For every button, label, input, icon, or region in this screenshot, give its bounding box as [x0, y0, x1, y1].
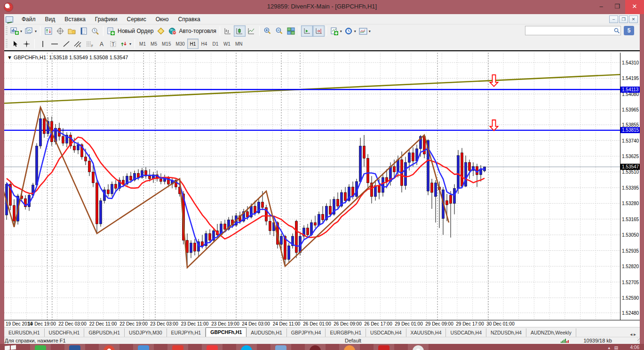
- status-help-text: Для справки, нажмите F1: [5, 338, 66, 343]
- mdi-restore-button[interactable]: ❒: [619, 16, 628, 23]
- chart-tab-usdcadhh4[interactable]: USDCADh,H4: [366, 328, 406, 337]
- zoom-in-button[interactable]: [262, 25, 273, 37]
- maximize-button[interactable]: ❒: [609, 0, 625, 14]
- chart-pane[interactable]: ▼ GBPCHFh,H1 1.53518 1.53549 1.53508 1.5…: [4, 53, 620, 320]
- minimize-button[interactable]: –: [593, 0, 609, 14]
- new-order-button[interactable]: Новый Ордер: [105, 25, 155, 37]
- text-label-tool-button[interactable]: T: [107, 38, 119, 49]
- taskbar-app-drive[interactable]: [133, 344, 154, 350]
- indicators-icon: [330, 27, 339, 35]
- templates-button[interactable]: ▾: [358, 25, 372, 37]
- data-window-button[interactable]: [54, 25, 66, 37]
- chart-tab-xauusdhh4[interactable]: XAUUSDh,H4: [406, 328, 446, 337]
- timeframe-button-m1[interactable]: M1: [137, 39, 148, 49]
- timeframe-button-d1[interactable]: D1: [210, 39, 221, 49]
- tray-icons[interactable]: ▴ ▤: [608, 345, 620, 350]
- menu-item-окно[interactable]: Окно: [151, 15, 174, 24]
- chart-ohlc-header: ▼ GBPCHFh,H1 1.53518 1.53549 1.53508 1.5…: [7, 55, 128, 60]
- chart-tab-gbpjpyhh4[interactable]: GBPJPYh,H4: [287, 328, 326, 337]
- vertical-line-tool-button[interactable]: [37, 38, 48, 49]
- menu-item-графики[interactable]: Графики: [90, 15, 122, 24]
- taskbar-app-skype[interactable]: [236, 344, 257, 350]
- mdi-close-button[interactable]: ✕: [629, 16, 638, 23]
- chart-tab-eurusdhh1[interactable]: EURUSDh,H1: [4, 328, 45, 337]
- chart-tab-gbpusdhh1[interactable]: GBPUSDh,H1: [84, 328, 125, 337]
- price-axis[interactable]: 1.543101.541951.540801.539651.538551.537…: [620, 53, 640, 320]
- new-order-icon: [107, 27, 115, 35]
- line-chart-mode-button[interactable]: [246, 25, 257, 37]
- chart-tab-eurgbphh1[interactable]: EURGBPh,H1: [326, 328, 366, 337]
- menu-item-сервис[interactable]: Сервис: [122, 15, 151, 24]
- profiles-icon: [25, 27, 33, 35]
- start-button[interactable]: [5, 345, 17, 350]
- candlestick-chart[interactable]: [4, 53, 620, 320]
- taskbar-app-amigo[interactable]: [339, 344, 360, 350]
- metaeditor-icon: [157, 27, 165, 35]
- periods-button[interactable]: ▾: [343, 25, 358, 37]
- chart-tab-gbpchfhh1[interactable]: GBPCHFh,H1: [206, 327, 246, 337]
- chart-tab-nzdusdhh4[interactable]: NZDUSDh,H4: [486, 328, 526, 337]
- crosshair-tool-button[interactable]: [21, 38, 32, 49]
- terminal-button[interactable]: [78, 25, 89, 37]
- cursor-tool-button[interactable]: [9, 38, 21, 49]
- navigator-button[interactable]: [66, 25, 78, 37]
- svg-text:A: A: [100, 41, 103, 48]
- collapse-triangle-icon[interactable]: ▼: [7, 55, 12, 60]
- trendline-tool-button[interactable]: [60, 38, 72, 49]
- auto-scroll-button[interactable]: [301, 25, 313, 37]
- zoom-out-button[interactable]: [273, 25, 285, 37]
- new-chart-button[interactable]: ▾: [9, 25, 24, 37]
- templates-icon: [359, 28, 367, 35]
- fibonacci-tool-button[interactable]: F: [84, 38, 95, 49]
- timeframe-button-m5[interactable]: M5: [148, 39, 159, 49]
- chart-tab-usdcadhh4[interactable]: USDCADh,H4: [446, 328, 486, 337]
- chart-symbol-label: GBPCHFh,H1: [14, 55, 46, 60]
- candlestick-mode-button[interactable]: [234, 25, 246, 37]
- mql5-community-button[interactable]: 5: [624, 26, 634, 35]
- chart-tab-audnzdhweekly[interactable]: AUDNZDh,Weekly: [526, 328, 576, 337]
- taskbar-app-chrome[interactable]: [99, 344, 119, 350]
- chart-tab-usdchfhh1[interactable]: USDCHFh,H1: [45, 328, 85, 337]
- chart-tab-usdjpyhm30[interactable]: USDJPYh,M30: [125, 328, 167, 337]
- chart-tab-audusdhh1[interactable]: AUDUSDh,H1: [246, 328, 287, 337]
- taskbar-app-explorer[interactable]: [270, 344, 291, 350]
- autotrading-button[interactable]: Авто-торговля: [167, 25, 218, 37]
- horizontal-line-tool-button[interactable]: [48, 38, 60, 49]
- equidistant-channel-tool-button[interactable]: E: [72, 38, 84, 49]
- timeframe-button-mn[interactable]: MN: [233, 39, 245, 49]
- taskbar-app-opera[interactable]: [305, 344, 326, 350]
- taskbar-app-browser[interactable]: [408, 344, 429, 350]
- status-template-name[interactable]: Default: [345, 338, 361, 343]
- close-button[interactable]: ✕: [625, 0, 644, 14]
- timeframe-button-m30[interactable]: M30: [173, 39, 187, 49]
- menu-item-файл[interactable]: Файл: [17, 15, 40, 24]
- taskbar-app-vivaldi[interactable]: [202, 344, 223, 350]
- taskbar-app-word[interactable]: [64, 344, 85, 350]
- search-icon[interactable]: [613, 27, 620, 34]
- tab-scroll-arrows[interactable]: ◂ ▸: [630, 332, 640, 337]
- menu-item-вставка[interactable]: Вставка: [60, 15, 90, 24]
- taskbar-app-settings[interactable]: [374, 344, 394, 350]
- bar-chart-mode-button[interactable]: [222, 25, 234, 37]
- timeframe-button-h1[interactable]: H1: [187, 39, 199, 49]
- search-input[interactable]: [525, 28, 613, 33]
- profiles-button[interactable]: ▾: [24, 25, 38, 37]
- taskbar-app-yandex[interactable]: [167, 344, 188, 350]
- text-tool-button[interactable]: A: [95, 38, 107, 49]
- strategy-tester-button[interactable]: [89, 25, 101, 37]
- market-watch-button[interactable]: [42, 25, 54, 37]
- title-bar[interactable]: fx 129859: DivenFX-Main - [GBPCHFh,H1] –…: [0, 0, 644, 14]
- taskbar-app-store[interactable]: [30, 344, 51, 350]
- tile-windows-button[interactable]: [285, 25, 297, 37]
- chart-tab-eurjpyhh1[interactable]: EURJPYh,H1: [167, 328, 206, 337]
- timeframe-button-w1[interactable]: W1: [221, 39, 233, 49]
- menu-item-вид[interactable]: Вид: [40, 15, 60, 24]
- mdi-minimize-button[interactable]: –: [609, 16, 618, 23]
- menu-item-справка[interactable]: Справка: [174, 15, 205, 24]
- chart-shift-button[interactable]: [313, 25, 325, 37]
- metaeditor-button[interactable]: [155, 25, 167, 37]
- arrows-tool-button[interactable]: ▾: [119, 38, 133, 49]
- timeframe-button-h4[interactable]: H4: [199, 39, 210, 49]
- indicators-button[interactable]: ▾: [329, 25, 343, 37]
- timeframe-button-m15[interactable]: M15: [159, 39, 173, 49]
